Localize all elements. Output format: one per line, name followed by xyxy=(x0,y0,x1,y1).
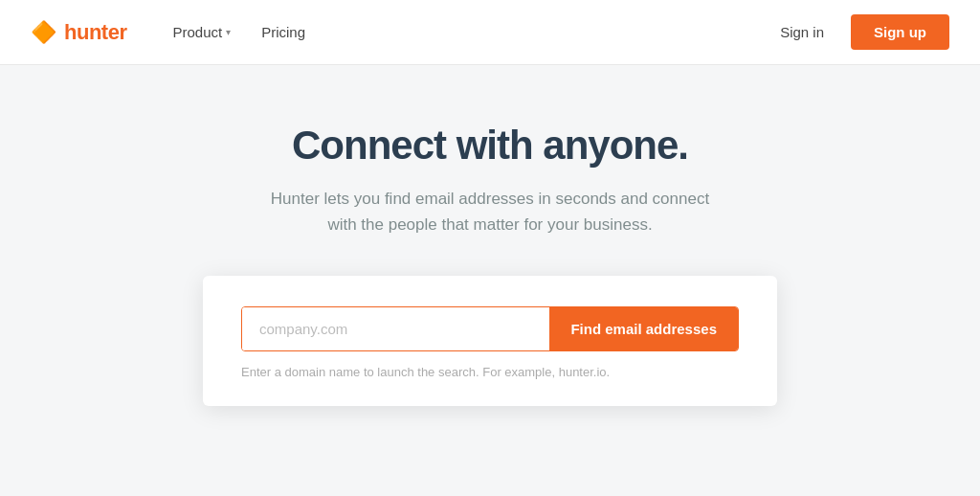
nav-item-product[interactable]: Product ▾ xyxy=(157,16,246,48)
nav-pricing-label: Pricing xyxy=(261,24,305,40)
hero-section: Connect with anyone. Hunter lets you fin… xyxy=(0,65,980,444)
site-header: 🔶 hunter Product ▾ Pricing Sign in Sign … xyxy=(0,0,980,65)
domain-search-input[interactable] xyxy=(242,307,549,350)
search-row: Find email addresses xyxy=(241,306,739,351)
hero-title: Connect with anyone. xyxy=(292,123,688,169)
chevron-down-icon: ▾ xyxy=(226,27,231,37)
sign-in-button[interactable]: Sign in xyxy=(768,16,835,48)
nav-item-pricing[interactable]: Pricing xyxy=(246,16,321,48)
logo-text: hunter xyxy=(64,20,126,45)
header-actions: Sign in Sign up xyxy=(768,14,949,50)
find-emails-button[interactable]: Find email addresses xyxy=(549,307,738,350)
logo-link[interactable]: 🔶 hunter xyxy=(31,20,126,45)
nav-product-label: Product xyxy=(172,24,222,40)
logo-icon: 🔶 xyxy=(31,22,56,43)
sign-up-button[interactable]: Sign up xyxy=(851,14,949,50)
search-card: Find email addresses Enter a domain name… xyxy=(203,276,777,406)
hero-subtitle: Hunter lets you find email addresses in … xyxy=(260,186,720,237)
main-nav: Product ▾ Pricing xyxy=(157,16,321,48)
search-hint: Enter a domain name to launch the search… xyxy=(241,365,739,379)
